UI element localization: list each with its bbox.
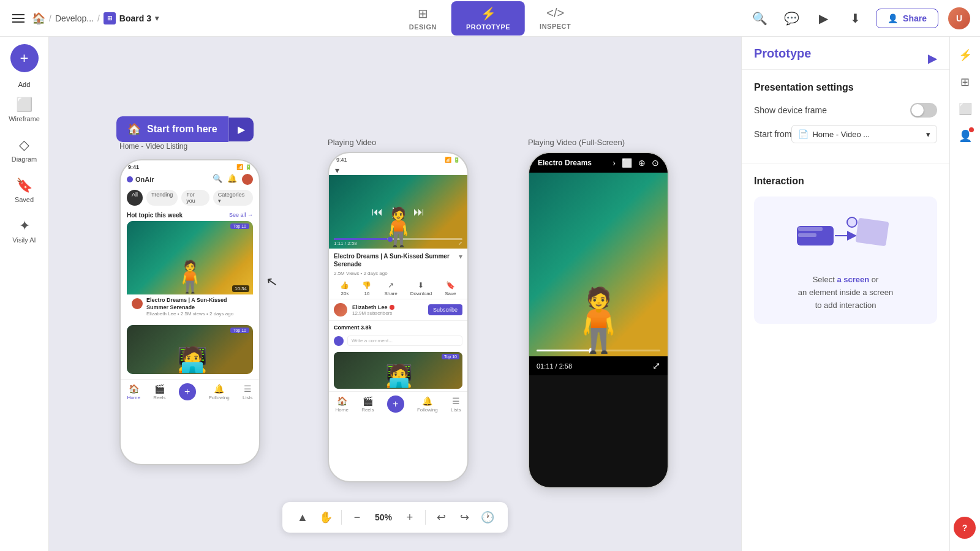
search-button[interactable]: 🔍: [748, 7, 771, 29]
history-button[interactable]: 🕐: [477, 507, 498, 528]
prototype-label: PROTOTYPE: [466, 23, 510, 31]
bnav-home-p[interactable]: 🏠Home: [336, 396, 349, 413]
toolbar-divider-1: [341, 510, 342, 525]
hand-tool-button[interactable]: ✋: [315, 507, 336, 528]
bnav-add-button[interactable]: +: [179, 383, 196, 400]
interaction-visual: Select a screen or an element inside a s…: [754, 197, 937, 324]
help-button[interactable]: ?: [954, 517, 976, 539]
sfh-play-button[interactable]: ▶: [228, 118, 254, 141]
breadcrumb: 🏠 / Develop... / ⊞ Board 3 ▾: [32, 12, 159, 25]
download-action-button[interactable]: ⬇ Download: [410, 281, 432, 296]
fs-icon3[interactable]: ⊕: [638, 158, 646, 168]
cursor-tool-button[interactable]: ▲: [292, 507, 313, 528]
bnav-following[interactable]: 🔔 Following: [209, 384, 230, 400]
expand-icon[interactable]: ⤢: [458, 241, 462, 246]
bnav-lists-p[interactable]: ☰Lists: [451, 396, 461, 413]
creator-name: Elizabeth Lee: [352, 304, 423, 310]
bnav-lists[interactable]: ☰ Lists: [243, 384, 252, 400]
bnav-reels-p[interactable]: 🎬Reels: [361, 396, 374, 413]
undo-button[interactable]: ↩: [431, 507, 451, 528]
bnav-home[interactable]: 🏠 Home: [127, 384, 140, 400]
phone-frame-home[interactable]: 9:41 📶🔋 OnAir 🔍🔔: [119, 159, 260, 465]
inspect-label: INSPECT: [540, 23, 571, 30]
canvas[interactable]: 🏠 Start from here ▶ Home - Video Listing…: [49, 37, 741, 551]
chevron-down-icon: ▾: [155, 14, 159, 23]
video-card-1[interactable]: 🧍 10:34 Top 10 Electro Dreams | A Sun-Ki…: [127, 221, 253, 320]
playing-time: 9:41: [336, 157, 347, 163]
share-label: Share: [384, 291, 397, 296]
detail-expand-icon[interactable]: ▾: [459, 252, 462, 261]
tab-prototype[interactable]: ⚡ PROTOTYPE: [451, 1, 525, 36]
phone-frame-playing[interactable]: Playing Video 9:41 📶🔋 ▾ 🧍: [328, 138, 469, 482]
comment-button[interactable]: 💬: [780, 7, 802, 29]
play-button[interactable]: ▶: [812, 7, 834, 29]
user-avatar[interactable]: U: [948, 7, 970, 29]
comments-row: Comment 3.8k: [329, 321, 467, 334]
zoom-in-button[interactable]: +: [399, 507, 420, 528]
filter-categories[interactable]: Categories ▾: [213, 190, 253, 206]
video-player[interactable]: 🧍 ⏮ ▶ ⏭: [329, 175, 467, 249]
redo-button[interactable]: ↪: [454, 507, 475, 528]
share-action-button[interactable]: ↗ Share: [384, 281, 397, 296]
sidebar-item-visily-ai[interactable]: ✦ Visily AI: [4, 212, 45, 250]
prototype-play-icon[interactable]: ▶: [928, 51, 937, 66]
comment-input[interactable]: Write a comment...: [347, 335, 462, 346]
playing-back-btn[interactable]: ▾: [329, 164, 467, 175]
filter-for-you[interactable]: For you: [181, 190, 209, 206]
board-name[interactable]: ⊞ Board 3 ▾: [104, 12, 159, 24]
menu-hamburger[interactable]: [10, 12, 27, 25]
download-button[interactable]: ⬇: [844, 7, 866, 29]
dislike-button[interactable]: 👎 16: [362, 281, 371, 296]
save-action-button[interactable]: 🔖 Save: [445, 281, 456, 296]
video-card-2[interactable]: 🧑‍💻 Top 10: [127, 325, 253, 374]
home-icon[interactable]: 🏠: [32, 12, 45, 25]
subscribe-button[interactable]: Subscribe: [428, 304, 462, 315]
sidebar-item-saved[interactable]: 🔖 Saved: [4, 171, 45, 209]
comment-input-row: Write a comment...: [329, 334, 467, 350]
bnav-add-p[interactable]: +: [387, 395, 404, 413]
fs-icon1[interactable]: ›: [612, 158, 616, 168]
fs-title: Electro Dreams: [538, 159, 592, 167]
board-name-text: Board 3: [119, 13, 151, 23]
bnav-reels[interactable]: 🎬 Reels: [153, 384, 165, 400]
playing-status-bar: 9:41 📶🔋: [329, 153, 467, 164]
sidebar-item-diagram[interactable]: ◇ Diagram: [4, 131, 45, 169]
status-bar: 9:41 📶🔋: [121, 160, 259, 171]
sidebar-item-wireframe[interactable]: ⬜ Wireframe: [4, 91, 45, 129]
ai-icon: ✦: [19, 218, 30, 234]
breadcrumb-develop[interactable]: Develop...: [55, 13, 94, 23]
bnav-reels-label: Reels: [153, 395, 165, 400]
right-icon-panel: ⚡ ⊞ ⬜ 👤 ?: [949, 37, 980, 551]
zoom-out-button[interactable]: −: [347, 507, 368, 528]
component-panel-icon[interactable]: ⬜: [954, 98, 976, 120]
show-device-frame-toggle[interactable]: [910, 103, 937, 118]
filter-tabs: All Trending For you Categories ▾: [121, 187, 259, 208]
add-button[interactable]: +: [10, 44, 39, 72]
rs-header: Prototype ▶: [742, 37, 949, 70]
video-stats: 2.5M Views • 2 days ago: [329, 271, 467, 279]
start-from-value[interactable]: 📄 Home - Video ... ▾: [791, 125, 937, 143]
share-button[interactable]: 👤 Share: [876, 9, 938, 28]
bnav-following-p[interactable]: 🔔Following: [417, 396, 438, 413]
filter-all[interactable]: All: [127, 190, 143, 206]
doc-icon: 📄: [798, 129, 809, 139]
like-button[interactable]: 👍 20k: [340, 281, 349, 296]
filter-trending[interactable]: Trending: [146, 190, 178, 206]
fs-icon2[interactable]: ⬜: [622, 158, 632, 168]
hint-line2: an element inside a screen: [798, 288, 893, 297]
small-video-card[interactable]: 🧑‍💻 Top 10: [334, 352, 462, 389]
save-icon: 🔖: [446, 281, 455, 290]
tab-design[interactable]: ⊞ DESIGN: [394, 1, 451, 36]
fs-icon4[interactable]: ⊙: [652, 158, 659, 168]
phone-frame-fullscreen[interactable]: Playing Video (Full-Screen) Electro Drea…: [528, 138, 669, 489]
lists-nav-icon: ☰: [244, 384, 252, 394]
prototype-panel-icon[interactable]: ⚡: [954, 44, 976, 66]
see-all-link[interactable]: See all →: [229, 212, 253, 219]
design-panel-icon[interactable]: ⊞: [954, 71, 976, 93]
fs-expand-icon[interactable]: ⤢: [652, 360, 660, 372]
start-from-here-button[interactable]: 🏠 Start from here: [116, 116, 228, 142]
video-title-block-1: Electro Dreams | A Sun-Kissed Summer Ser…: [146, 297, 248, 317]
notification-panel-icon[interactable]: 👤: [954, 125, 976, 147]
svg-rect-4: [798, 227, 823, 231]
tab-inspect[interactable]: </> INSPECT: [525, 1, 586, 35]
